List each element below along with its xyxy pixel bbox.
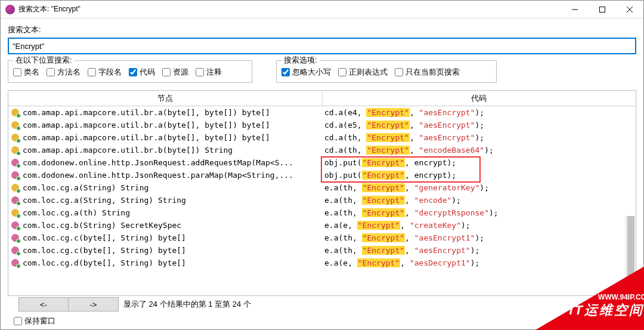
node-cell: com.loc.cg.b(String) SecretKeySpec	[8, 221, 317, 230]
scrollbar-vertical[interactable]	[626, 216, 635, 330]
search-input[interactable]	[8, 38, 636, 54]
code-cell: e.a(e, "Encrypt", "aesDecrypt1");	[317, 258, 636, 267]
options-legend: 搜索选项:	[281, 55, 320, 66]
node-cell: com.amap.api.mapcore.util.br.a(byte[], b…	[8, 133, 317, 143]
method-icon	[10, 233, 20, 243]
method-icon	[10, 171, 20, 180]
table-row[interactable]: com.dodonew.online.http.JsonRequest.addR…	[8, 156, 636, 169]
table-row[interactable]: com.loc.cg.a(String) Stringe.a(th, "Encr…	[8, 181, 636, 194]
next-button[interactable]: ->	[69, 297, 119, 312]
table-row[interactable]: com.dodonew.online.http.JsonRequest.para…	[8, 169, 636, 181]
table-row[interactable]: com.amap.api.mapcore.util.br.a(byte[], b…	[8, 106, 636, 119]
results-panel: 节点 代码 com.amap.api.mapcore.util.br.a(byt…	[8, 90, 636, 296]
table-row[interactable]: com.loc.cg.d(byte[], String) byte[]e.a(e…	[8, 257, 636, 269]
scroll-thumb[interactable]	[627, 216, 634, 329]
node-cell: com.dodonew.online.http.JsonRequest.addR…	[8, 158, 317, 168]
method-icon	[10, 258, 20, 268]
table-row[interactable]: com.loc.cg.c(byte[], String) byte[]e.a(t…	[8, 244, 636, 257]
class-icon	[10, 208, 20, 218]
method-icon	[10, 221, 20, 230]
code-cell: e.a(th, "Encrypt", "aesEncrypt");	[317, 246, 636, 255]
node-cell: com.loc.cg.c(byte[], String) byte[]	[8, 246, 317, 255]
code-cell: obj.put("Encrypt", encrypt);	[317, 158, 636, 167]
code-cell: e.a(th, "Encrypt", "encode");	[317, 196, 636, 205]
chk-method-name[interactable]: 方法名	[47, 67, 80, 78]
chk-current-page[interactable]: 只在当前页搜索	[395, 67, 460, 78]
chk-field-name[interactable]: 字段名	[88, 67, 122, 78]
code-cell: e.a(e, "Encrypt", "createKey");	[317, 221, 636, 230]
options-row: 在以下位置搜索: 类名 方法名 字段名 代码 资源 注释 搜索选项: 忽略大小写…	[8, 60, 636, 83]
minimize-button[interactable]	[561, 1, 589, 18]
code-cell: cd.a(th, "Encrypt", "aesEncrypt");	[317, 133, 636, 142]
node-cell: com.amap.api.mapcore.util.br.a(byte[], b…	[8, 108, 317, 118]
node-cell: com.loc.cg.a(String) String	[8, 183, 317, 193]
results-rows[interactable]: com.amap.api.mapcore.util.br.a(byte[], b…	[8, 106, 636, 295]
search-label: 搜索文本:	[8, 24, 636, 35]
code-cell: cd.a(e4, "Encrypt", "aesEncrypt");	[317, 108, 636, 117]
class-icon	[10, 183, 20, 193]
code-cell: obj.put("Encrypt", encrypt);	[317, 171, 636, 180]
chk-regex[interactable]: 正则表达式	[338, 67, 388, 78]
table-row[interactable]: com.amap.api.mapcore.util.br.a(byte[], b…	[8, 131, 636, 144]
column-headers: 节点 代码	[8, 91, 636, 106]
method-icon	[10, 196, 20, 205]
table-row[interactable]: com.loc.cg.a(String, String) Stringe.a(t…	[8, 194, 636, 206]
app-icon	[5, 5, 15, 14]
chk-code[interactable]: 代码	[129, 67, 155, 78]
table-row[interactable]: com.amap.api.mapcore.util.br.b(byte[]) S…	[8, 144, 636, 156]
class-icon	[10, 121, 20, 130]
code-cell: cd.a(th, "Encrypt", "encodeBase64");	[317, 146, 636, 155]
node-cell: com.amap.api.mapcore.util.br.b(byte[]) S…	[8, 146, 317, 155]
node-cell: com.loc.cg.d(byte[], String) byte[]	[8, 258, 317, 268]
node-cell: com.loc.cg.a(String, String) String	[8, 196, 317, 205]
search-options-fieldset: 搜索选项: 忽略大小写 正则表达式 只在当前页搜索	[276, 60, 497, 83]
node-cell: com.amap.api.mapcore.util.br.a(byte[], b…	[8, 121, 317, 130]
col-node[interactable]: 节点	[8, 91, 323, 106]
code-cell: e.a(th, "Encrypt", "decryptRsponse");	[317, 208, 636, 217]
node-cell: com.loc.cg.c(byte[], String) byte[]	[8, 233, 317, 243]
table-row[interactable]: com.loc.cg.a(th) Stringe.a(th, "Encrypt"…	[8, 206, 636, 219]
class-icon	[10, 146, 20, 155]
maximize-button[interactable]	[589, 1, 616, 18]
method-icon	[10, 246, 20, 255]
window-title: 搜索文本: "Encrypt"	[18, 4, 561, 14]
code-cell: cd.a(e5, "Encrypt", "aesEncrypt");	[317, 121, 636, 129]
code-cell: e.a(th, "Encrypt", "generatorKey");	[317, 183, 636, 192]
table-row[interactable]: com.loc.cg.c(byte[], String) byte[]e.a(t…	[8, 232, 636, 244]
footer: 保持窗口	[8, 313, 636, 329]
class-icon	[10, 133, 20, 143]
locations-legend: 在以下位置搜索:	[13, 55, 75, 66]
status-text: 显示了 24 个结果中的第 1 至第 24 个	[123, 299, 251, 310]
prev-button[interactable]: <-	[18, 297, 69, 312]
chk-keep-window[interactable]: 保持窗口	[14, 316, 55, 326]
svg-rect-1	[600, 7, 605, 12]
table-row[interactable]: com.loc.cg.b(String) SecretKeySpece.a(e,…	[8, 219, 636, 232]
node-cell: com.dodonew.online.http.JsonRequest.para…	[8, 171, 317, 180]
chk-class-name[interactable]: 类名	[13, 67, 39, 78]
content: 搜索文本: 在以下位置搜索: 类名 方法名 字段名 代码 资源 注释 搜索选项:…	[1, 18, 643, 329]
col-code[interactable]: 代码	[323, 91, 636, 106]
chk-comment[interactable]: 注释	[196, 67, 222, 78]
table-row[interactable]: com.amap.api.mapcore.util.br.a(byte[], b…	[8, 119, 636, 131]
titlebar: 搜索文本: "Encrypt"	[1, 1, 643, 18]
close-button[interactable]	[616, 1, 643, 18]
node-cell: com.loc.cg.a(th) String	[8, 208, 317, 218]
nav-bar: <- -> 显示了 24 个结果中的第 1 至第 24 个	[8, 296, 636, 313]
chk-ignore-case[interactable]: 忽略大小写	[281, 67, 331, 78]
method-icon	[10, 158, 20, 168]
window: 搜索文本: "Encrypt" 搜索文本: 在以下位置搜索: 类名 方法名 字段…	[0, 0, 644, 330]
chk-resource[interactable]: 资源	[162, 67, 188, 78]
search-locations-fieldset: 在以下位置搜索: 类名 方法名 字段名 代码 资源 注释	[8, 60, 252, 83]
class-icon	[10, 108, 20, 118]
code-cell: e.a(th, "Encrypt", "aesEncrypt1");	[317, 233, 636, 242]
